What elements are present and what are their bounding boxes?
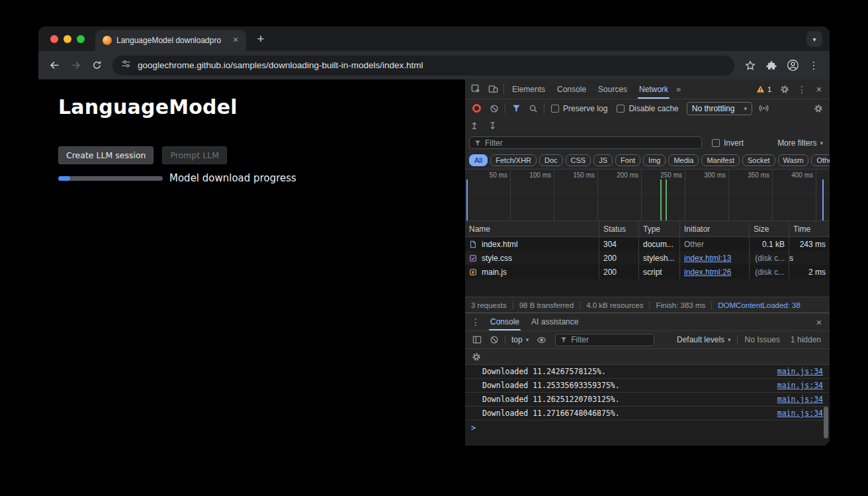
tab-close-icon[interactable]: × (230, 35, 241, 46)
devtools-menu-button[interactable]: ⋮ (793, 81, 810, 97)
console-source-link[interactable]: main.js:34 (777, 381, 823, 390)
more-tabs-icon[interactable]: » (674, 84, 683, 94)
console-sidebar-toggle-button[interactable] (468, 332, 486, 348)
clear-network-log-button[interactable] (486, 101, 503, 117)
filter-chip-media[interactable]: Media (668, 154, 699, 166)
more-filters-dropdown[interactable]: More filters ▾ (777, 138, 826, 148)
filter-chip-css[interactable]: CSS (566, 154, 591, 166)
network-conditions-button[interactable] (756, 101, 773, 117)
site-settings-icon[interactable] (121, 59, 131, 72)
table-row[interactable]: main.js 200 script index.html:26 (disk c… (465, 265, 830, 279)
network-filter-input-box[interactable] (469, 136, 702, 149)
console-filter-input-box[interactable] (555, 334, 654, 346)
drawer-tab-ai-assistance[interactable]: AI assistance (525, 313, 584, 330)
console-source-link[interactable]: main.js:34 (777, 409, 823, 418)
filter-chip-other[interactable]: Other (811, 154, 830, 166)
filter-chip-manifest[interactable]: Manifest (701, 154, 740, 166)
bookmark-star-button[interactable] (740, 55, 761, 76)
inspect-element-button[interactable] (467, 81, 484, 97)
tab-network[interactable]: Network (633, 79, 674, 99)
throttling-select[interactable]: No throttling ▾ (687, 102, 752, 115)
column-header-name[interactable]: Name (465, 221, 599, 236)
browser-menu-button[interactable]: ⋮ (803, 55, 824, 76)
back-button[interactable] (44, 55, 65, 76)
reload-icon (92, 60, 102, 70)
console-filter-input[interactable] (571, 335, 649, 344)
network-overview-timeline[interactable]: 50 ms 100 ms 150 ms 200 ms 250 ms 300 ms… (465, 169, 830, 221)
macos-fullscreen-button[interactable] (77, 35, 85, 43)
drawer-tab-console[interactable]: Console (484, 313, 525, 330)
issues-badge[interactable]: 1 (752, 85, 776, 93)
device-toolbar-button[interactable] (484, 81, 501, 97)
filter-chip-fetch-xhr[interactable]: Fetch/XHR (490, 154, 537, 166)
table-row[interactable]: index.html 304 docum... Other 0.1 kB 243… (465, 237, 830, 251)
console-prompt[interactable]: > (465, 421, 830, 435)
console-source-link[interactable]: main.js:34 (777, 395, 823, 404)
initiator-link[interactable]: index.html:26 (684, 268, 731, 277)
log-levels-select[interactable]: Default levels ▾ (673, 335, 735, 344)
forward-button[interactable] (65, 55, 86, 76)
clear-icon (490, 335, 499, 344)
column-header-initiator[interactable]: Initiator (679, 221, 749, 236)
column-header-type[interactable]: Type (638, 221, 679, 236)
column-header-size[interactable]: Size (749, 221, 789, 236)
filter-chip-all[interactable]: All (469, 154, 488, 166)
filter-toggle-button[interactable] (507, 101, 525, 117)
issues-status[interactable]: No Issues (740, 335, 785, 344)
preserve-log-checkbox[interactable]: Preserve log (546, 104, 612, 113)
profile-button[interactable] (782, 55, 803, 76)
tab-sources[interactable]: Sources (592, 79, 633, 99)
tab-elements[interactable]: Elements (506, 79, 551, 99)
network-toolbar: Preserve log Disable cache No throttling… (465, 99, 830, 117)
filter-chip-font[interactable]: Font (615, 154, 640, 166)
column-header-time[interactable]: Time (789, 221, 830, 236)
timeline-tick: 200 ms (617, 172, 641, 179)
javascript-context-select[interactable]: top ▾ (507, 335, 533, 344)
transferred-size: 98 B transferred (513, 301, 580, 309)
network-filter-input[interactable] (485, 138, 697, 148)
address-bar[interactable]: googlechrome.github.io/samples/downloadi… (112, 56, 734, 75)
divider (503, 84, 504, 94)
network-search-button[interactable] (525, 101, 542, 117)
resource-type-chips: All Fetch/XHR Doc CSS JS Font Img Media … (465, 152, 830, 169)
record-network-log-button[interactable] (472, 104, 481, 113)
initiator-link[interactable]: index.html:13 (684, 254, 731, 263)
timeline-gridline (728, 170, 729, 221)
browser-tab[interactable]: LanguageModel downloadpro × (95, 30, 246, 51)
new-tab-button[interactable]: + (251, 30, 270, 48)
prompt-llm-button[interactable]: Prompt LLM (162, 146, 227, 164)
macos-minimize-button[interactable] (64, 35, 71, 43)
tab-console[interactable]: Console (551, 79, 592, 99)
drawer-close-button[interactable]: × (810, 314, 828, 330)
requests-count: 3 requests (465, 301, 513, 309)
checkbox-icon (712, 139, 720, 147)
network-settings-button[interactable] (810, 101, 827, 117)
filter-chip-img[interactable]: Img (643, 154, 666, 166)
hidden-messages-count[interactable]: 1 hidden (785, 335, 826, 344)
export-har-button[interactable]: ↧ (489, 121, 497, 131)
console-source-link[interactable]: main.js:34 (777, 367, 823, 376)
clear-console-button[interactable] (486, 332, 503, 348)
column-header-status[interactable]: Status (599, 221, 638, 236)
reload-button[interactable] (86, 55, 107, 76)
disable-cache-checkbox[interactable]: Disable cache (612, 104, 683, 113)
live-expression-button[interactable] (533, 332, 550, 348)
filter-chip-js[interactable]: JS (593, 154, 613, 166)
macos-close-button[interactable] (50, 35, 58, 43)
create-llm-session-button[interactable]: Create LLM session (58, 146, 153, 164)
filter-chip-wasm[interactable]: Wasm (778, 154, 809, 166)
console-toolbar: top ▾ Default levels ▾ (465, 331, 830, 349)
console-settings-button[interactable] (468, 349, 485, 365)
scrollbar-thumb[interactable] (824, 407, 828, 438)
import-har-button[interactable]: ↥ (470, 121, 478, 131)
devtools-close-button[interactable]: × (810, 81, 828, 97)
drawer-menu-button[interactable]: ⋮ (467, 314, 484, 330)
devtools-settings-button[interactable] (776, 81, 793, 97)
extensions-button[interactable] (761, 55, 782, 76)
invert-checkbox[interactable]: Invert (707, 138, 748, 148)
tab-search-chevron-icon[interactable]: ▾ (806, 31, 822, 47)
filter-chip-socket[interactable]: Socket (742, 154, 775, 166)
table-row[interactable]: style.css 200 stylesh... index.html:13 (… (465, 251, 473, 265)
timeline-tick: 150 ms (573, 172, 597, 179)
filter-chip-doc[interactable]: Doc (539, 154, 563, 166)
